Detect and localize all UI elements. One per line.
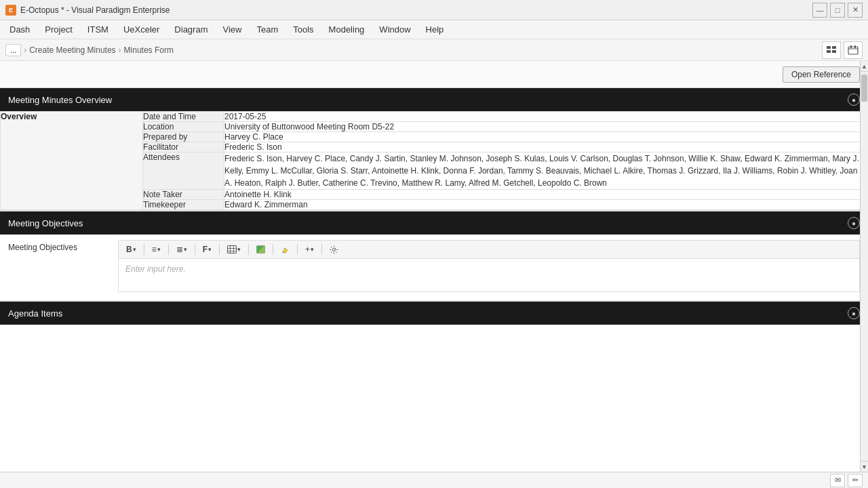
svg-rect-3	[832, 50, 836, 53]
breadcrumb-minutes-form[interactable]: Minutes Form	[124, 45, 174, 55]
scrollbar-thumb[interactable]	[861, 75, 867, 102]
font-button[interactable]: F▾	[199, 243, 215, 256]
svg-point-14	[333, 248, 336, 251]
close-button[interactable]: ✕	[848, 3, 863, 18]
svg-rect-4	[848, 47, 858, 54]
svg-rect-6	[850, 45, 852, 48]
editor-toolbar: B▾ ≡▾ ≣▾ F▾	[118, 240, 860, 258]
date-time-label: Date and Time	[143, 112, 224, 122]
breadcrumb-create-meeting[interactable]: Create Meeting Minutes	[29, 45, 115, 55]
toolbar-sep-6	[273, 244, 273, 255]
menu-help[interactable]: Help	[419, 22, 451, 37]
agenda-section: Agenda Items ●	[0, 300, 868, 325]
list-button[interactable]: ≣▾	[173, 243, 191, 256]
toolbar-sep-2	[168, 244, 169, 255]
agenda-section-header: Agenda Items ●	[0, 302, 868, 325]
email-status-button[interactable]: ✉	[830, 474, 845, 487]
overview-section-header: Meeting Minutes Overview ●	[0, 88, 868, 111]
timekeeper-value: Edward K. Zimmerman	[224, 200, 308, 209]
settings-button[interactable]	[326, 244, 342, 256]
svg-rect-2	[827, 50, 831, 53]
menu-tools[interactable]: Tools	[286, 22, 320, 37]
window-title: E-Octopus * - Visual Paradigm Enterprise	[20, 5, 170, 15]
objectives-collapse-icon[interactable]: ●	[848, 217, 860, 229]
title-bar: E E-Octopus * - Visual Paradigm Enterpri…	[0, 0, 868, 20]
edit-status-button[interactable]: ✏	[848, 474, 863, 487]
objectives-label: Meeting Objectives	[8, 240, 110, 252]
toolbar-sep-5	[248, 244, 249, 255]
timekeeper-value-cell: Edward K. Zimmerman ▼	[224, 200, 868, 210]
menu-uexceler[interactable]: UeXceler	[117, 22, 166, 37]
toolbar-sep-4	[219, 244, 220, 255]
agenda-collapse-icon[interactable]: ●	[848, 307, 860, 319]
objectives-editor-container: B▾ ≡▾ ≣▾ F▾	[118, 240, 860, 292]
maximize-button[interactable]: □	[830, 3, 845, 18]
menu-modeling[interactable]: Modeling	[322, 22, 372, 37]
svg-rect-0	[827, 46, 831, 49]
menu-window[interactable]: Window	[372, 22, 417, 37]
attendees-label: Attendees	[143, 152, 224, 190]
reference-bar: Open Reference	[0, 61, 868, 88]
menu-view[interactable]: View	[216, 22, 248, 37]
date-time-value-cell: 2017-05-25 ▼	[224, 112, 868, 122]
attendees-value: Frederic S. Ison, Harvey C. Place, Candy…	[224, 152, 860, 189]
facilitator-value-cell: Frederic S. Ison ▼	[224, 142, 868, 152]
open-reference-button[interactable]: Open Reference	[783, 66, 860, 83]
scroll-up-button[interactable]: ▲	[861, 61, 868, 72]
scrollbar-track	[861, 72, 868, 461]
overview-section-title: Meeting Minutes Overview	[8, 95, 112, 105]
status-bar: ✉ ✏	[0, 472, 868, 488]
location-label: Location	[143, 122, 224, 132]
right-scrollbar: ▲ ▼	[860, 61, 868, 472]
highlight-button[interactable]	[277, 244, 293, 256]
breadcrumb-arrow-2: ›	[119, 45, 121, 55]
prepared-by-label: Prepared by	[143, 132, 224, 142]
attendees-value-cell: Frederic S. Ison, Harvey C. Place, Candy…	[224, 152, 868, 190]
svg-rect-8	[228, 246, 237, 253]
table-button[interactable]: ▾	[224, 244, 244, 255]
window-controls: — □ ✕	[812, 3, 863, 18]
insert-button[interactable]: +▾	[302, 243, 317, 256]
bold-button[interactable]: B▾	[123, 243, 140, 256]
location-value-cell: University of Buttonwood Meeting Room D5…	[224, 122, 868, 132]
main-content: Meeting Minutes Overview ● Overview Date…	[0, 88, 868, 488]
objectives-editor-area[interactable]: Enter input here.	[118, 258, 860, 292]
prepared-by-value-cell: Harvey C. Place ▼	[224, 132, 868, 142]
objectives-body: Meeting Objectives B▾ ≡▾ ≣▾ F▾	[0, 235, 868, 300]
grid-icon-button[interactable]	[822, 41, 841, 59]
align-button[interactable]: ≡▾	[149, 243, 164, 256]
menu-dash[interactable]: Dash	[3, 22, 37, 37]
breadcrumb-more-button[interactable]: ...	[5, 44, 21, 56]
timekeeper-label: Timekeeper	[143, 200, 224, 210]
overview-table: Overview Date and Time 2017-05-25 ▼ Loca…	[0, 111, 868, 210]
toolbar-sep-7	[297, 244, 298, 255]
menu-diagram[interactable]: Diagram	[167, 22, 214, 37]
minimize-button[interactable]: —	[812, 3, 827, 18]
breadcrumb-bar: ... › Create Meeting Minutes › Minutes F…	[0, 39, 868, 61]
date-time-value: 2017-05-25	[224, 112, 266, 121]
toolbar-sep-3	[195, 244, 195, 255]
calendar-icon-button[interactable]	[844, 41, 863, 59]
note-taker-value-cell: Antoinette H. Klink ▼	[224, 190, 868, 200]
table-row: Overview Date and Time 2017-05-25 ▼	[1, 112, 868, 122]
menu-team[interactable]: Team	[250, 22, 285, 37]
toolbar-sep-8	[321, 244, 322, 255]
menu-bar: Dash Project ITSM UeXceler Diagram View …	[0, 20, 868, 39]
location-value: University of Buttonwood Meeting Room D5…	[224, 122, 394, 131]
menu-itsm[interactable]: ITSM	[81, 22, 115, 37]
overview-collapse-icon[interactable]: ●	[848, 94, 860, 106]
app-icon: E	[5, 5, 16, 16]
agenda-section-title: Agenda Items	[8, 308, 62, 319]
toolbar-sep-1	[144, 244, 144, 255]
menu-project[interactable]: Project	[38, 22, 79, 37]
facilitator-value: Frederic S. Ison	[224, 142, 282, 152]
color-button[interactable]	[253, 244, 269, 255]
svg-rect-7	[854, 45, 856, 48]
overview-label: Overview	[1, 112, 143, 210]
facilitator-label: Facilitator	[143, 142, 224, 152]
note-taker-value: Antoinette H. Klink	[224, 190, 292, 199]
note-taker-label: Note Taker	[143, 190, 224, 200]
scroll-down-button[interactable]: ▼	[861, 461, 868, 472]
prepared-by-value: Harvey C. Place	[224, 132, 283, 142]
objectives-section: Meeting Objectives ● Meeting Objectives …	[0, 210, 868, 300]
